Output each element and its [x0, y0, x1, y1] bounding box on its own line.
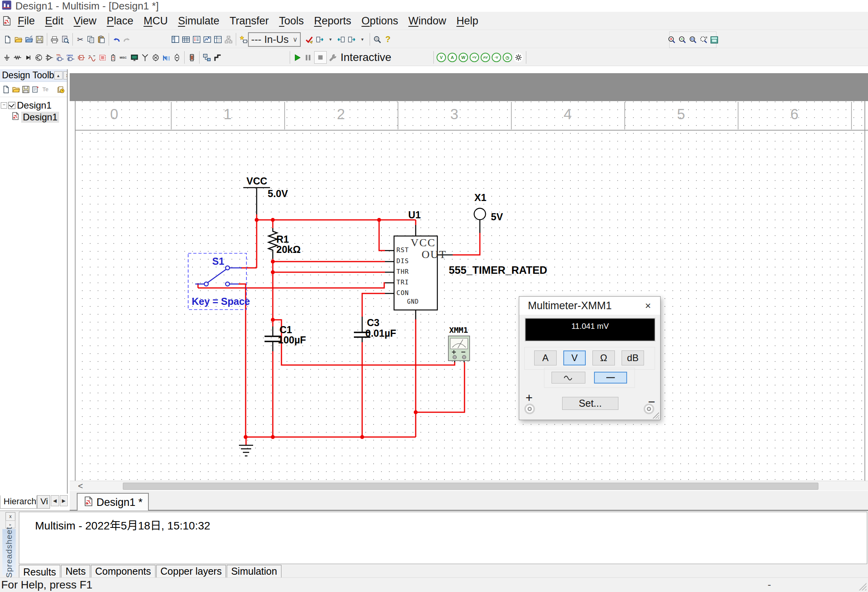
- mode-button-db[interactable]: dB: [622, 350, 644, 365]
- pause-simulation-button[interactable]: [303, 52, 313, 63]
- active-analysis-label[interactable]: Interactive: [341, 51, 391, 64]
- layers-clock-icon[interactable]: [56, 84, 65, 95]
- indicator-icon[interactable]: [98, 52, 107, 63]
- paste-icon[interactable]: [96, 34, 106, 45]
- menu-reports[interactable]: Reports: [309, 15, 357, 27]
- u1-part-label[interactable]: 555_TIMER_RATED: [449, 264, 547, 277]
- misc-icon[interactable]: MISC: [119, 52, 129, 63]
- x1-ref-label[interactable]: X1: [474, 192, 487, 203]
- open-sample-icon[interactable]: [24, 34, 34, 45]
- tab-copper-layers[interactable]: Copper layers: [156, 565, 226, 579]
- menu-help[interactable]: Help: [451, 15, 483, 27]
- mode-button-ω[interactable]: Ω: [592, 350, 615, 365]
- ttl-icon[interactable]: TTL: [55, 52, 65, 63]
- zoom-area-icon[interactable]: [688, 34, 698, 45]
- menu-place[interactable]: Place: [102, 15, 139, 27]
- new-file-icon[interactable]: [2, 84, 11, 95]
- ac-mode-button[interactable]: [552, 372, 585, 384]
- source-icon[interactable]: [2, 52, 12, 63]
- tab-simulation[interactable]: Simulation: [227, 565, 281, 579]
- vcc-value-label[interactable]: 5.0V: [268, 188, 288, 199]
- save-icon[interactable]: [21, 84, 30, 95]
- close-icon[interactable]: ×: [641, 300, 655, 312]
- help-icon[interactable]: ?: [383, 34, 393, 45]
- s1-ref-label[interactable]: S1: [212, 256, 224, 267]
- rf-icon[interactable]: [140, 52, 150, 63]
- cut-icon[interactable]: ✂: [75, 34, 85, 45]
- probe-current-icon[interactable]: A: [448, 53, 457, 62]
- connector-icon[interactable]: [172, 52, 182, 63]
- menu-file[interactable]: File: [13, 15, 40, 27]
- analog-icon[interactable]: [44, 52, 54, 63]
- cmos-icon[interactable]: CMOS: [66, 52, 76, 63]
- find-icon[interactable]: [372, 34, 382, 45]
- panel-pin-button[interactable]: ▴: [54, 71, 63, 79]
- dc-mode-button[interactable]: [594, 372, 627, 384]
- mcu-icon[interactable]: [187, 52, 197, 63]
- export-netlist-icon[interactable]: [315, 34, 325, 45]
- hierarchy-icon[interactable]: [224, 34, 233, 45]
- peripherals-icon[interactable]: [130, 52, 139, 63]
- menu-simulate[interactable]: Simulate: [173, 15, 224, 27]
- scrollbar-thumb[interactable]: [123, 483, 818, 490]
- tree-child-design1[interactable]: Design1: [0, 111, 67, 123]
- tab-vi[interactable]: Vi: [37, 495, 50, 509]
- tab-design1[interactable]: Design1 *: [77, 493, 149, 511]
- positive-terminal[interactable]: [524, 404, 535, 414]
- menu-transfer[interactable]: Transfer: [224, 15, 274, 27]
- print-preview-icon[interactable]: [60, 34, 70, 45]
- power-icon[interactable]: [108, 52, 118, 63]
- run-simulation-button[interactable]: [292, 52, 302, 63]
- undo-icon[interactable]: [111, 34, 121, 45]
- new-file-icon[interactable]: [3, 34, 13, 45]
- design-toolbox-titlebar[interactable]: Design Toolb ▴ x: [0, 69, 67, 82]
- probe-voltage-avg-icon[interactable]: AV: [481, 53, 490, 62]
- mode-button-a[interactable]: A: [534, 350, 557, 365]
- postprocessor-icon[interactable]: [213, 34, 223, 45]
- c1-ref-label[interactable]: C1: [279, 324, 292, 336]
- electromech-icon[interactable]: [151, 52, 161, 63]
- c3-ref-label[interactable]: C3: [367, 317, 379, 328]
- back-annotate-icon[interactable]: [336, 34, 346, 45]
- s1-key-label[interactable]: Key = Space: [192, 296, 250, 307]
- tree-checkbox[interactable]: [8, 102, 15, 109]
- erc-check-icon[interactable]: [304, 34, 314, 45]
- probe-voltage-plus-icon[interactable]: +V: [470, 53, 479, 62]
- open-file-icon[interactable]: [13, 34, 23, 45]
- probe-settings-icon[interactable]: [514, 53, 523, 62]
- basic-icon[interactable]: [13, 52, 22, 63]
- zoom-fullscreen-icon[interactable]: [709, 34, 719, 45]
- xmm1-ref-label[interactable]: XMM1: [449, 325, 468, 335]
- dialog-resize-grip[interactable]: [653, 412, 659, 419]
- results-pane[interactable]: Multisim - 2022年5月18日, 15:10:32: [19, 512, 867, 564]
- scroll-left-icon[interactable]: <: [78, 481, 83, 491]
- c3-value-label[interactable]: 0.01µF: [365, 328, 396, 339]
- tab-components[interactable]: Components: [91, 565, 155, 579]
- copy-icon[interactable]: [86, 34, 96, 45]
- r1-value-label[interactable]: 20kΩ: [276, 244, 301, 255]
- menu-mcu[interactable]: MCU: [139, 15, 173, 27]
- resize-grip[interactable]: [858, 582, 866, 590]
- te-gray-icon[interactable]: Te: [41, 84, 50, 95]
- tab-scroll-left-icon[interactable]: ◀: [51, 495, 59, 506]
- zoom-fit-icon[interactable]: [699, 34, 709, 45]
- tab-nets[interactable]: Nets: [61, 565, 90, 579]
- schematic-canvas[interactable]: [75, 101, 868, 481]
- dropdown-icon[interactable]: ▾: [357, 34, 367, 45]
- redo-icon[interactable]: [122, 34, 132, 45]
- menu-tools[interactable]: Tools: [274, 15, 309, 27]
- u1-ref-label[interactable]: U1: [408, 209, 421, 221]
- menu-options[interactable]: Options: [356, 15, 403, 27]
- zoom-out-icon[interactable]: [677, 34, 687, 45]
- stop-simulation-button[interactable]: [314, 51, 327, 64]
- grapher-icon[interactable]: [202, 34, 212, 45]
- forward-annotate-icon[interactable]: [347, 34, 357, 45]
- probe-power-icon[interactable]: W: [459, 53, 468, 62]
- save-icon[interactable]: [35, 34, 44, 45]
- mode-button-v[interactable]: V: [563, 350, 586, 365]
- document-system-icon[interactable]: [1, 15, 13, 27]
- menu-view[interactable]: View: [68, 15, 102, 27]
- set-button[interactable]: Set...: [562, 397, 618, 410]
- ni-icon[interactable]: [161, 52, 171, 63]
- multimeter-dialog[interactable]: Multimeter-XMM1 × 11.041 mV AVΩdB + − Se…: [519, 296, 661, 420]
